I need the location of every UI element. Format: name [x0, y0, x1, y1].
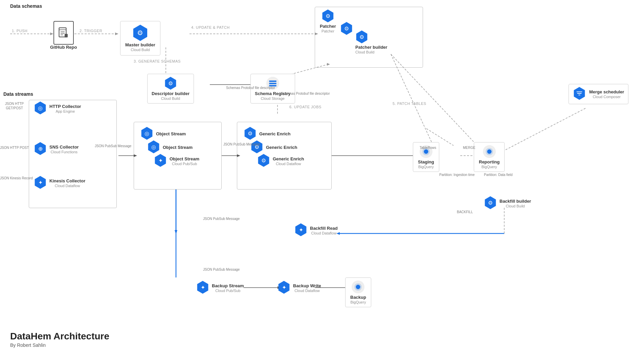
reporting-node: Reporting BigQuery [474, 142, 505, 172]
reporting-sub: BigQuery [482, 165, 497, 169]
step6-label: 6. UPDATE JOBS [289, 105, 321, 109]
diagram: Data schemas Data streams [0, 0, 644, 358]
descriptor-builder-node: ⚙ Descriptor builder Cloud Build [147, 74, 194, 104]
backup-node: Backup BigQuery [345, 277, 371, 307]
kinesis-collector-icon: ✦ [34, 176, 47, 189]
github-node: GitHub Repo [50, 21, 77, 50]
svg-rect-44 [269, 81, 276, 82]
reporting-icon [483, 145, 496, 158]
sns-collector-node: ⊕ SNS Collector Cloud Functions [34, 142, 79, 156]
patcher-builder-node: ⚙ Patcher builder Cloud Build [355, 30, 387, 54]
svg-line-16 [501, 108, 585, 152]
merge-scheduler-icon [573, 87, 586, 100]
json-http-label: JSON HTTP GET/POST [0, 102, 29, 110]
backup-label: Backup [350, 295, 366, 300]
backfill-read-icon: ✦ [294, 223, 307, 236]
master-builder-sub: Cloud Build [131, 48, 150, 52]
data-schemas-label: Data schemas [10, 3, 42, 9]
schema-registry-sub: Cloud Storage [261, 96, 285, 100]
step2-label: 2. TRIGGER [80, 29, 102, 33]
backup-stream-icon: ✦ [196, 281, 209, 294]
footer: DataHem Architecture By Robert Sahlin [10, 331, 109, 348]
master-builder-node: ⚙ Master builder Cloud Build [120, 21, 160, 55]
svg-line-15 [391, 54, 477, 146]
backfill-builder-label: Backfill builder [499, 199, 531, 204]
backfill-builder-sub: Cloud Build [499, 204, 531, 208]
partition-data-label: Partition: Data field [484, 173, 513, 177]
backfill-builder-node: ⚙ Backfill builder Cloud Build [484, 196, 531, 210]
json-kinesis-label: JSON Kinesis Record [0, 176, 33, 180]
svg-marker-28 [175, 230, 177, 234]
backfill-read-label: Backfill Read [310, 226, 338, 231]
svg-rect-45 [269, 83, 276, 84]
step5-label: 5. PATCH TABLES [393, 102, 426, 106]
http-collector-node: ◎ HTTP Collector App Engine [34, 102, 81, 116]
http-collector-sub: App Engine [49, 109, 81, 113]
backup-write-node: ✦ Backup Write Cloud Dataflow [277, 281, 321, 295]
generic-enrich1-icon: ⚙ [244, 127, 257, 140]
backfill-builder-icon: ⚙ [484, 196, 497, 209]
object-stream3-icon: ✦ [154, 154, 167, 167]
json-pubsub1-label: JSON PubSub Message [223, 142, 260, 147]
json-pubsub4-label: JSON PubSub Message [203, 267, 240, 272]
merge-scheduler-sub: Cloud Composer [589, 95, 624, 99]
kinesis-collector-label: Kinesis Collector [49, 178, 85, 184]
step3-label: 3. GENERATE SCHEMAS [134, 59, 181, 63]
footer-subtitle: By Robert Sahlin [10, 342, 109, 348]
backup-sub: BigQuery [351, 300, 366, 304]
github-label: GitHub Repo [50, 45, 77, 50]
patcher-builder-icon: ⚙ [355, 30, 368, 43]
master-builder-label: Master builder [125, 42, 155, 48]
step4-label: 4. UPDATE & PATCH [191, 25, 230, 29]
staging-label: Staging [418, 159, 434, 165]
patcher2-node: ⚙ [340, 22, 353, 36]
json-pubsub2-label: JSON PubSub Message [95, 144, 131, 148]
sns-collector-icon: ⊕ [34, 142, 47, 155]
svg-line-13 [391, 54, 433, 146]
backfill-label: BACKFILL [457, 210, 473, 214]
patcher-label: Patcher [320, 24, 336, 29]
merge-label: MERGE [463, 146, 475, 150]
kinesis-collector-sub: Cloud Dataflow [49, 184, 85, 188]
http-collector-label: HTTP Collector [49, 104, 81, 109]
svg-point-50 [487, 150, 491, 154]
backup-write-icon: ✦ [277, 281, 290, 294]
staging-sub: BigQuery [418, 165, 434, 169]
descriptor-builder-icon: ⚙ [164, 77, 177, 90]
patcher2-icon: ⚙ [340, 22, 353, 35]
tablerows-label: TableRows [420, 146, 436, 150]
object-stream1-icon: ◎ [140, 127, 153, 140]
patcher-node: ⚙ Patcher Patcher [320, 9, 336, 33]
backup-stream-sub: Cloud Pub/Sub [212, 289, 244, 293]
step1-label: 1. PUSH [12, 29, 27, 33]
data-streams-label: Data streams [3, 91, 33, 97]
master-builder-icon: ⚙ [132, 25, 148, 41]
object-stream2-node: ◎ Object Stream [147, 140, 193, 155]
patcher-icon: ⚙ [321, 9, 334, 22]
footer-title: DataHem Architecture [10, 331, 109, 342]
github-icon [53, 21, 74, 45]
backup-stream-node: ✦ Backup Stream Cloud Pub/Sub [196, 281, 244, 295]
schemas1-label: Schemas Protobuf file descriptor [226, 86, 275, 90]
json-post-label: JSON HTTP POST [0, 146, 29, 150]
patcher-builder-label: Patcher builder [355, 45, 387, 50]
partition-ingestion-label: Partition: Ingestion time [439, 173, 475, 177]
http-collector-icon: ◎ [34, 102, 47, 114]
backfill-read-node: ✦ Backfill Read Cloud Dataflow [294, 223, 338, 238]
object-stream1-node: ◎ Object Stream [140, 127, 186, 141]
backup-write-label: Backup Write [293, 283, 321, 289]
merge-scheduler-node: Merge scheduler Cloud Composer [569, 84, 628, 104]
object-stream3-node: ✦ Object Stream Cloud Pub/Sub [154, 154, 199, 168]
patcher-builder-sub: Cloud Build [355, 50, 374, 54]
svg-marker-3 [115, 32, 118, 35]
backfill-read-sub: Cloud Dataflow [310, 231, 338, 235]
reporting-label: Reporting [479, 159, 499, 165]
generic-enrich1-node: ⚙ Generic Enrich [244, 127, 290, 141]
backup-write-sub: Cloud Dataflow [293, 289, 321, 293]
kinesis-collector-node: ✦ Kinesis Collector Cloud Dataflow [34, 176, 85, 190]
schemas2-label: Schemas Protobuf file descriptor [281, 91, 330, 96]
descriptor-builder-label: Descriptor builder [152, 91, 190, 96]
merge-scheduler-label: Merge scheduler [589, 89, 624, 95]
patcher-sub: Patcher [321, 29, 334, 33]
object-stream2-icon: ◎ [147, 140, 160, 153]
